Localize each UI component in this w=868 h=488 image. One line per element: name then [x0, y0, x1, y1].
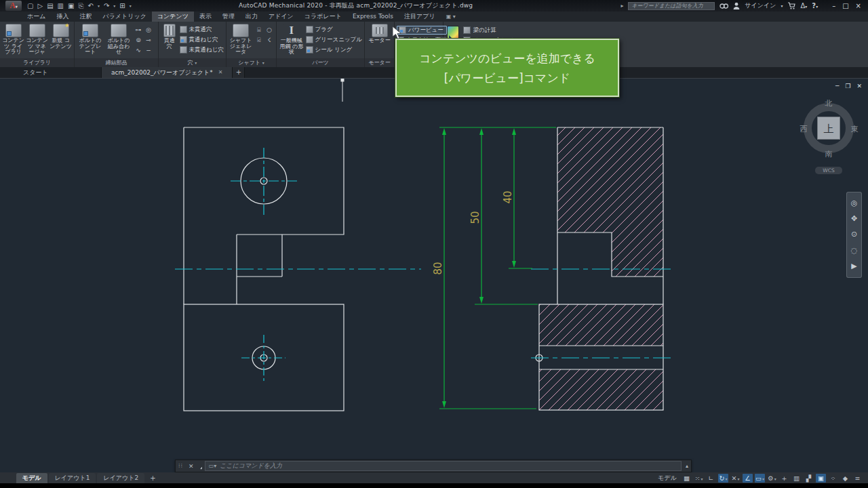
command-line[interactable]: ⁞⁞ ✕ ▭▾ ここにコマンドを入力 ▴ — [175, 460, 692, 472]
restore-drawing-icon[interactable]: ❐ — [845, 83, 850, 89]
panel-label-shaft[interactable]: シャフト ▾ — [226, 58, 276, 67]
save-icon[interactable]: ▤ — [47, 0, 53, 12]
search-expand-icon[interactable]: ▸ — [620, 3, 623, 9]
dim-50[interactable]: 50 — [469, 211, 481, 224]
viewcube-east[interactable]: 東 — [846, 124, 863, 134]
pin-icon[interactable]: ⊶ — [134, 25, 143, 35]
viewcube-west[interactable]: 西 — [795, 124, 812, 134]
help-icon[interactable]: ?▾ — [812, 2, 818, 9]
object-snap-tracking-icon[interactable]: ∠ — [743, 474, 753, 483]
polar-tracking-icon[interactable]: ↻ — [718, 474, 728, 483]
new-tab-button[interactable]: + — [233, 67, 245, 78]
layout2-tab[interactable]: レイアウト2 — [97, 473, 144, 483]
steel-shapes-button[interactable]: I 一般機械用鋼 の形状 — [279, 23, 304, 58]
blind-tapped-hole-button[interactable]: 未貫通ねじ穴 — [180, 45, 224, 54]
application-menu-button[interactable]: A▾ — [5, 1, 22, 11]
open-file-icon[interactable]: ▷ — [37, 0, 43, 12]
drawing-canvas[interactable]: 80 50 40 ─ ❐ ✕ 北 南 西 東 上 WCS ◎ ✥ ⊙ ◌ ▶ — [0, 79, 868, 472]
dim-80[interactable]: 80 — [432, 262, 444, 274]
isometric-drafting-icon[interactable]: ✕ — [730, 474, 741, 483]
autodesk-app-icon[interactable]: Δ▾ — [800, 2, 807, 9]
command-grip[interactable]: ⁞⁞ — [176, 463, 186, 469]
motor-button[interactable]: モーター — [367, 23, 392, 58]
object-snap-icon[interactable]: ▭ — [755, 474, 765, 483]
dimension-lines[interactable] — [439, 127, 556, 409]
gear-icon[interactable]: ⚙ — [767, 474, 777, 483]
workspace-icon[interactable]: ▥ — [791, 474, 802, 483]
beam-calculation-button[interactable]: 梁の計算 — [463, 26, 516, 35]
tab-content[interactable]: コンテンツ — [152, 12, 194, 22]
zoom-icon[interactable]: ⊙ — [851, 230, 857, 239]
tab-insert[interactable]: 挿入 — [51, 12, 74, 22]
new-layout-button[interactable]: + — [146, 474, 159, 482]
command-input[interactable]: ▭▾ ここにコマンドを入力 — [205, 461, 682, 471]
tab-output[interactable]: 出力 — [240, 12, 263, 22]
snap-icon[interactable]: ⁙ — [694, 474, 704, 483]
qat-customize-icon[interactable]: ▾ — [130, 0, 132, 12]
workspace-switch-icon[interactable]: ⊞ — [119, 0, 125, 12]
blind-hole-button[interactable]: 未貫通穴 — [180, 25, 224, 34]
minimize-drawing-icon[interactable]: ─ — [835, 83, 839, 89]
model-tab[interactable]: モデル — [16, 473, 47, 483]
annotation-scale-icon[interactable]: ▞ — [804, 474, 814, 483]
orbit-icon[interactable]: ◌ — [851, 247, 858, 255]
signin-button[interactable]: サインイン — [745, 1, 776, 10]
close-tab-icon[interactable]: ✕ — [218, 67, 223, 78]
ring-icon[interactable]: ○ — [264, 25, 274, 35]
file-tab-start[interactable]: スタート — [14, 67, 102, 78]
washer-icon[interactable]: ◎ — [144, 25, 153, 35]
tab-collaborate[interactable]: コラボレート — [299, 12, 347, 22]
tab-manage[interactable]: 管理 — [217, 12, 240, 22]
isolate-icon[interactable]: ◆ — [840, 474, 850, 483]
nut-icon[interactable]: ⊚ — [134, 35, 143, 45]
signin-dropdown-icon[interactable]: ▾ — [781, 3, 783, 8]
camera-dropdown-icon[interactable]: ▣ ▾ — [441, 12, 461, 22]
close-command-icon[interactable]: ✕ — [186, 463, 197, 470]
command-expand-icon[interactable]: ▴ — [683, 463, 691, 469]
panel-label-library[interactable]: ライブラリ — [0, 58, 74, 67]
viewcube-top-face[interactable]: 上 — [817, 117, 840, 140]
viewcube-north[interactable]: 北 — [821, 98, 837, 108]
layout1-tab[interactable]: レイアウト1 — [49, 473, 96, 483]
through-tapped-hole-button[interactable]: 貫通ねじ穴 — [180, 35, 224, 44]
minimize-button[interactable]: – — [832, 0, 835, 12]
undo-icon[interactable]: ↶ — [88, 0, 94, 12]
wrench-icon[interactable] — [197, 462, 205, 470]
grease-nipple-button[interactable]: グリースニップル — [306, 35, 362, 44]
model-space-label[interactable]: モデル — [658, 474, 677, 483]
grid-icon[interactable]: ▦ — [682, 474, 692, 483]
panel-label-holes[interactable]: 穴 ▾ — [159, 58, 226, 67]
panel-label-motor[interactable]: モーター — [365, 58, 394, 67]
recent-commands-icon[interactable]: ▭▾ — [209, 463, 217, 469]
seal-ring-button[interactable]: シール リング — [306, 45, 362, 54]
tab-addins[interactable]: アドイン — [263, 12, 299, 22]
annotation-visibility-icon[interactable]: ▣ — [816, 474, 826, 483]
pan-icon[interactable]: ✥ — [851, 215, 857, 223]
tab-annotate[interactable]: 注釈 — [74, 12, 97, 22]
save-as-icon[interactable]: ▥ — [58, 0, 64, 12]
restore-button[interactable]: □ — [842, 0, 848, 12]
content-library-button[interactable]: コンテンツ ライブラリ — [2, 23, 24, 58]
tab-featured-apps[interactable]: 注目アプリ — [399, 12, 441, 22]
undo-dropdown-icon[interactable]: ▾ — [98, 0, 100, 12]
bolt-assembly-button[interactable]: ボルトの 組み合わせ — [105, 23, 132, 58]
panel-label-fasteners[interactable]: 締結部品 — [75, 58, 158, 67]
tab-express-tools[interactable]: Express Tools — [347, 12, 399, 22]
navigation-wheel-icon[interactable]: ◎ — [851, 199, 858, 207]
redo-icon[interactable]: ↷ — [104, 0, 109, 12]
tab-view[interactable]: 表示 — [194, 12, 217, 22]
shaft-generator-button[interactable]: シャフト ジェネレータ — [229, 23, 253, 58]
power-view-button[interactable]: パワービュー — [397, 26, 447, 35]
shaft-seal-icon[interactable]: ⌸ — [254, 25, 264, 35]
new-content-button[interactable]: ★ 新規 コンテンツ — [50, 23, 72, 58]
seal-icon[interactable]: − — [144, 45, 153, 55]
tab-parametric[interactable]: パラメトリック — [97, 12, 151, 22]
export-icon[interactable]: ⎘ — [79, 0, 84, 12]
crosshair-icon[interactable]: + — [779, 474, 789, 483]
rivet-icon[interactable]: ⊸ — [144, 35, 153, 45]
search-input[interactable] — [628, 2, 715, 10]
file-tab-document[interactable]: acm_202002_パワーオブジェクト* ✕ — [102, 67, 233, 78]
close-drawing-icon[interactable]: ✕ — [857, 83, 863, 89]
through-hole-button[interactable]: 貫通 穴 — [161, 23, 178, 58]
autoscale-icon[interactable]: ⁘ — [828, 474, 838, 483]
